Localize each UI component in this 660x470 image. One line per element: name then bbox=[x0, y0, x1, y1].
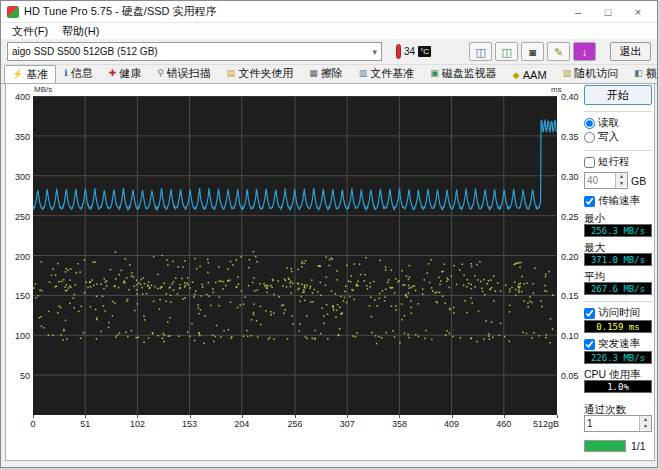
tab-label: 错误扫描 bbox=[167, 66, 211, 81]
short-stroke-checkbox[interactable] bbox=[584, 157, 595, 168]
burst-rate-checkbox[interactable] bbox=[584, 339, 595, 350]
y-right-tick-label: 0.15 bbox=[561, 291, 579, 301]
access-time-checkbox[interactable] bbox=[584, 308, 595, 319]
add-text-button[interactable]: ✎ bbox=[547, 42, 570, 61]
x-tick-label: 409 bbox=[437, 419, 467, 429]
x-tick-mark bbox=[190, 415, 191, 418]
tab-文件基准[interactable]: ▥文件基准 bbox=[351, 64, 423, 83]
write-option[interactable]: 写入 bbox=[584, 130, 652, 144]
transfer-rate-checkbox[interactable] bbox=[584, 196, 595, 207]
close-button[interactable]: × bbox=[623, 2, 653, 22]
tab-磁盘监视器[interactable]: ▣磁盘监视器 bbox=[422, 64, 505, 83]
tab-随机访问[interactable]: ▨随机访问 bbox=[555, 64, 627, 83]
save-button[interactable]: ↓ bbox=[573, 42, 596, 61]
window-title: HD Tune Pro 5.75 - 硬盘/SSD 实用程序 bbox=[24, 4, 563, 19]
aam-icon: ◆ bbox=[513, 71, 520, 80]
read-option[interactable]: 读取 bbox=[584, 116, 652, 130]
temperature-unit: °C bbox=[418, 46, 431, 57]
benchmark-page: MB/s ms 501001502002503003504000.050.100… bbox=[5, 83, 655, 461]
drive-select-value: aigo SSD S500 512GB (512 GB) bbox=[12, 46, 158, 57]
pass-count-stepper[interactable]: ▲ ▼ bbox=[584, 415, 652, 432]
tab-label: 信息 bbox=[71, 66, 93, 81]
tab-label: 基准 bbox=[26, 67, 48, 82]
burst-rate-option[interactable]: 突发速率 bbox=[584, 337, 652, 351]
write-label: 写入 bbox=[598, 130, 619, 144]
avg-value: 267.6 MB/s bbox=[584, 282, 652, 295]
tab-bar: ⚡基准ℹ信息✚健康⚲错误扫描▤文件夹使用▦擦除▥文件基准▣磁盘监视器◆AAM▨随… bbox=[1, 65, 657, 84]
y-left-tick-label: 200 bbox=[7, 252, 30, 262]
pass-count-label: 通过次数 bbox=[584, 403, 652, 415]
start-button[interactable]: 开始 bbox=[584, 85, 652, 105]
short-stroke-label: 短行程 bbox=[598, 155, 630, 169]
tab-label: 额外测试 bbox=[646, 66, 658, 81]
tab-label: 文件基准 bbox=[370, 66, 414, 81]
max-label: 最大 bbox=[584, 241, 652, 253]
write-radio[interactable] bbox=[584, 132, 595, 143]
x-tick-mark bbox=[295, 415, 296, 418]
access-time-option[interactable]: 访问时间 bbox=[584, 306, 652, 320]
stepper-arrows[interactable]: ▲ ▼ bbox=[615, 173, 627, 188]
tab-文件夹使用[interactable]: ▤文件夹使用 bbox=[219, 64, 302, 83]
x-tick-label: 256 bbox=[280, 419, 310, 429]
cpu-usage-label: CPU 使用率 bbox=[584, 368, 652, 380]
copy-to-file-button[interactable]: ◫ bbox=[495, 42, 518, 61]
short-stroke-input[interactable] bbox=[585, 173, 615, 188]
drive-select[interactable]: aigo SSD S500 512GB (512 GB) ▾ bbox=[7, 42, 382, 61]
toolbar-buttons: ◫◫◙✎↓ bbox=[469, 42, 596, 61]
tab-基准[interactable]: ⚡基准 bbox=[4, 65, 56, 84]
x-tick-label: 204 bbox=[227, 419, 257, 429]
tab-label: 擦除 bbox=[321, 66, 343, 81]
read-radio[interactable] bbox=[584, 118, 595, 129]
x-tick-mark bbox=[85, 415, 86, 418]
screenshot-button[interactable]: ◙ bbox=[521, 42, 544, 61]
x-tick-mark bbox=[452, 415, 453, 418]
short-stroke-option[interactable]: 短行程 bbox=[584, 155, 652, 169]
x-tick-label: 358 bbox=[384, 419, 414, 429]
divider bbox=[584, 111, 652, 112]
burst-rate-label: 突发速率 bbox=[598, 337, 640, 351]
stepper-up-icon[interactable]: ▲ bbox=[640, 416, 651, 423]
x-tick-mark bbox=[137, 415, 138, 418]
info-icon: ℹ bbox=[64, 69, 67, 78]
benchmark-chart: MB/s ms 501001502002503003504000.050.100… bbox=[7, 87, 589, 443]
divider bbox=[584, 150, 652, 151]
min-value: 256.3 MB/s bbox=[584, 224, 652, 237]
tab-擦除[interactable]: ▦擦除 bbox=[301, 64, 351, 83]
y-left-tick-label: 250 bbox=[7, 212, 30, 222]
tab-错误扫描[interactable]: ⚲错误扫描 bbox=[149, 64, 219, 83]
y-left-tick-label: 400 bbox=[7, 92, 30, 102]
minimize-button[interactable]: – bbox=[563, 2, 593, 22]
avg-label: 平均 bbox=[584, 270, 652, 282]
stepper-down-icon[interactable]: ▼ bbox=[640, 423, 651, 430]
menu-item[interactable]: 帮助(H) bbox=[55, 23, 106, 39]
tab-额外测试[interactable]: ◧额外测试 bbox=[626, 64, 658, 83]
tab-label: 随机访问 bbox=[574, 66, 618, 81]
progress-label: 1/1 bbox=[631, 440, 646, 452]
tab-AAM[interactable]: ◆AAM bbox=[505, 67, 555, 83]
tab-健康[interactable]: ✚健康 bbox=[101, 64, 150, 83]
error-scan-icon: ⚲ bbox=[157, 69, 164, 78]
x-tick-mark bbox=[399, 415, 400, 418]
pass-count-input[interactable] bbox=[585, 416, 635, 431]
stepper-arrows[interactable]: ▲ ▼ bbox=[639, 416, 651, 431]
menu-item[interactable]: 文件(F) bbox=[5, 23, 55, 39]
benchmark-icon: ⚡ bbox=[12, 70, 23, 79]
hdtune-window: HD Tune Pro 5.75 - 硬盘/SSD 实用程序 – □ × 文件(… bbox=[0, 0, 658, 468]
maximize-button[interactable]: □ bbox=[593, 2, 623, 22]
burst-rate-value: 226.3 MB/s bbox=[584, 351, 652, 364]
x-tick-mark bbox=[557, 415, 558, 418]
title-bar: HD Tune Pro 5.75 - 硬盘/SSD 实用程序 – □ × bbox=[1, 1, 657, 23]
y-right-tick-label: 0.10 bbox=[561, 331, 579, 341]
benchmark-control-panel: 开始 读取 写入 短行程 ▲ ▼ bbox=[584, 85, 652, 452]
copy-to-clipboard-button[interactable]: ◫ bbox=[469, 42, 492, 61]
exit-button[interactable]: 退出 bbox=[610, 42, 651, 61]
stepper-down-icon[interactable]: ▼ bbox=[616, 180, 627, 187]
y-left-tick-label: 50 bbox=[7, 371, 30, 381]
y-right-tick-label: 0.35 bbox=[561, 132, 579, 142]
file-benchmark-icon: ▥ bbox=[359, 69, 368, 78]
tab-信息[interactable]: ℹ信息 bbox=[56, 64, 100, 83]
stepper-up-icon[interactable]: ▲ bbox=[616, 173, 627, 180]
transfer-rate-option[interactable]: 传输速率 bbox=[584, 194, 652, 208]
progress-row: 1/1 bbox=[584, 440, 652, 452]
short-stroke-stepper[interactable]: ▲ ▼ bbox=[584, 172, 628, 189]
